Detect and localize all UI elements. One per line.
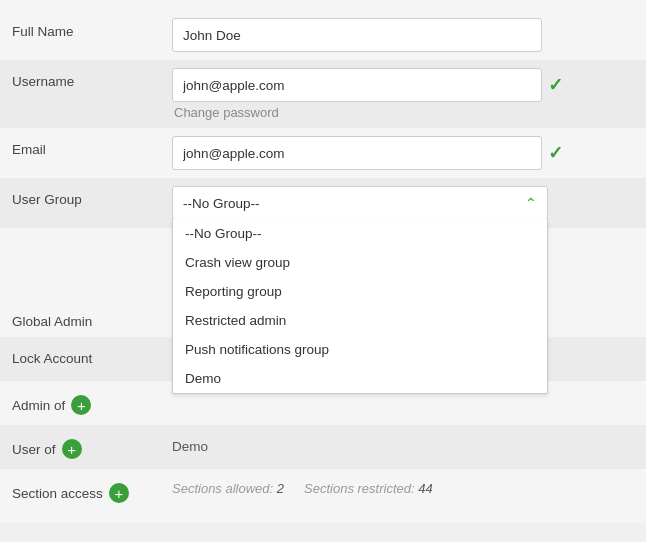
sections-allowed-value: 2 (277, 481, 284, 496)
usergroup-label: User Group (12, 186, 172, 207)
email-row: Email ✓ (0, 128, 646, 178)
globaladmin-label: Global Admin (12, 308, 172, 329)
username-input[interactable] (172, 68, 542, 102)
userof-label: User of + (12, 433, 172, 459)
sectionaccess-input-col: Sections allowed: 2 Sections restricted:… (172, 477, 634, 496)
username-row: Username ✓ Change password (0, 60, 646, 128)
usergroup-dropdown-menu: --No Group-- Crash view group Reporting … (172, 219, 548, 394)
username-input-col: ✓ Change password (172, 68, 634, 120)
username-label: Username (12, 68, 172, 89)
userof-add-button[interactable]: + (62, 439, 82, 459)
email-check-icon: ✓ (548, 142, 563, 164)
change-password-link[interactable]: Change password (172, 105, 634, 120)
chevron-up-icon: ⌃ (525, 195, 537, 211)
sectionaccess-row: Section access + Sections allowed: 2 Sec… (0, 469, 646, 513)
sectionaccess-add-button[interactable]: + (109, 483, 129, 503)
userof-label-text: User of (12, 442, 56, 457)
email-input[interactable] (172, 136, 542, 170)
userof-demo-text: Demo (172, 433, 634, 454)
usergroup-dropdown-selected[interactable]: --No Group-- ⌃ (172, 186, 548, 220)
fullname-row: Full Name (0, 10, 646, 60)
dropdown-item-restrictedadmin[interactable]: Restricted admin (173, 306, 547, 335)
fullname-label: Full Name (12, 18, 172, 39)
email-input-wrapper: ✓ (172, 136, 634, 170)
dropdown-item-demo[interactable]: Demo (173, 364, 547, 393)
dropdown-item-nogroup[interactable]: --No Group-- (173, 219, 547, 248)
userof-row: User of + Demo (0, 425, 646, 469)
dropdown-item-reporting[interactable]: Reporting group (173, 277, 547, 306)
sections-restricted-value: 44 (418, 481, 432, 496)
adminof-label: Admin of + (12, 389, 172, 415)
fullname-input[interactable] (172, 18, 542, 52)
username-check-icon: ✓ (548, 74, 563, 96)
usergroup-input-col: --No Group-- ⌃ --No Group-- Crash view g… (172, 186, 634, 220)
usergroup-dropdown-wrapper[interactable]: --No Group-- ⌃ --No Group-- Crash view g… (172, 186, 548, 220)
usergroup-row: User Group --No Group-- ⌃ --No Group-- C… (0, 178, 646, 228)
sectionaccess-label-text: Section access (12, 486, 103, 501)
sections-restricted-stat: Sections restricted: 44 (304, 481, 433, 496)
userof-input-col: Demo (172, 433, 634, 454)
sectionaccess-label: Section access + (12, 477, 172, 503)
username-input-wrapper: ✓ (172, 68, 634, 102)
email-label: Email (12, 136, 172, 157)
email-input-col: ✓ (172, 136, 634, 170)
dropdown-item-pushnotifications[interactable]: Push notifications group (173, 335, 547, 364)
adminof-label-text: Admin of (12, 398, 65, 413)
adminof-add-button[interactable]: + (71, 395, 91, 415)
sections-allowed-label: Sections allowed: (172, 481, 273, 496)
section-stats: Sections allowed: 2 Sections restricted:… (172, 477, 634, 496)
usergroup-selected-text: --No Group-- (183, 196, 260, 211)
sections-restricted-label: Sections restricted: (304, 481, 415, 496)
fullname-input-col (172, 18, 634, 52)
lockaccount-label: Lock Account (12, 345, 172, 366)
form-container: Full Name Username ✓ Change password Ema… (0, 0, 646, 523)
sections-allowed-stat: Sections allowed: 2 (172, 481, 284, 496)
dropdown-item-crashview[interactable]: Crash view group (173, 248, 547, 277)
